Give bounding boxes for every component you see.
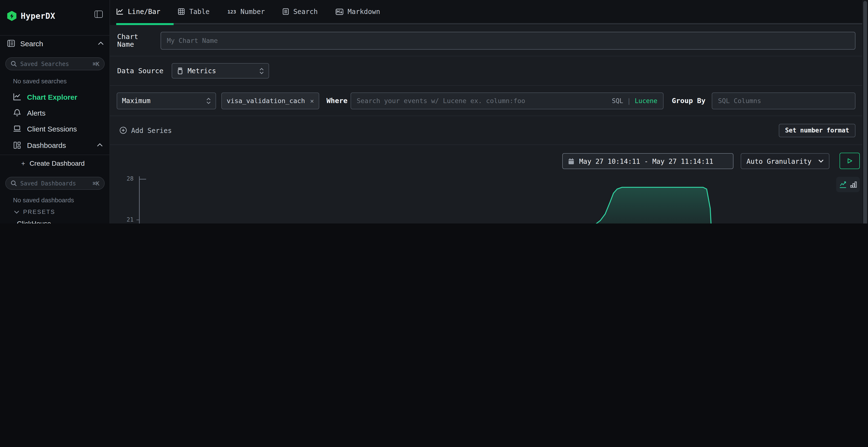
sidebar-item-dashboards[interactable]: Dashboards: [0, 138, 110, 152]
series-row: Maximum visa_validation_cach ✕ Where SQL…: [110, 86, 862, 116]
tab-table[interactable]: Table: [178, 8, 210, 15]
tab-track: [116, 23, 862, 25]
date-range-picker[interactable]: May 27 10:14:11 - May 27 11:14:11: [562, 153, 734, 169]
granularity-select[interactable]: Auto Granularity: [741, 153, 830, 169]
number-123-icon: 123: [227, 9, 236, 14]
sidebar-collapse-icon[interactable]: [94, 10, 103, 18]
hyperdx-logo-icon: [7, 11, 17, 21]
tab-search[interactable]: Search: [283, 8, 317, 15]
add-series-button[interactable]: Add Series: [120, 127, 172, 134]
scrollbar[interactable]: [862, 0, 868, 224]
sidebar-section-search[interactable]: Search: [7, 38, 104, 49]
data-source-value: Metrics: [188, 67, 255, 75]
database-icon: [177, 67, 183, 74]
data-source-row: Data Source Metrics: [110, 56, 862, 86]
select-updown-icon: [259, 68, 264, 74]
brand-logo[interactable]: HyperDX: [7, 9, 55, 23]
no-saved-dashboards-text: No saved dashboards: [13, 197, 74, 204]
chevron-down-icon: [14, 210, 19, 214]
scrollbar-thumb[interactable]: [863, 1, 867, 224]
aggregation-value: Maximum: [122, 97, 202, 105]
chevron-up-icon[interactable]: [97, 143, 103, 147]
saved-dashboards-input[interactable]: Saved Dashboards ⌘K: [5, 177, 105, 190]
shortcut-badge: ⌘K: [93, 180, 99, 187]
set-number-format-button[interactable]: Set number format: [779, 124, 856, 137]
sidebar-item-label: Dashboards: [27, 141, 66, 149]
dashboard-grid-icon: [13, 141, 21, 148]
lucene-mode-toggle[interactable]: Lucene: [634, 97, 657, 104]
line-chart-icon: [116, 8, 123, 15]
markdown-icon: [336, 8, 343, 15]
y-tick-label: 21: [114, 216, 133, 223]
tab-label: Markdown: [348, 8, 380, 15]
sidebar: HyperDX Search Saved Searches ⌘K No save…: [0, 0, 110, 224]
mode-separator: |: [627, 97, 631, 104]
active-tab-indicator: [116, 23, 174, 25]
chart-name-label: Chart Name: [117, 33, 155, 48]
section-label: Search: [20, 39, 43, 47]
shortcut-badge: ⌘K: [93, 61, 99, 67]
chart-name-row: Chart Name: [110, 25, 862, 56]
y-tick-label: 28: [114, 175, 133, 182]
sidebar-item-label: Chart Explorer: [27, 93, 77, 101]
app-window: HyperDX Search Saved Searches ⌘K No save…: [0, 0, 868, 224]
document-list-icon: [283, 8, 289, 15]
group-by-input[interactable]: [712, 97, 855, 105]
search-icon: [10, 180, 17, 186]
saved-searches-placeholder: Saved Searches: [20, 61, 89, 67]
sidebar-item-chart-explorer[interactable]: Chart Explorer: [0, 90, 110, 104]
table-icon: [178, 8, 185, 15]
sidebar-item-alerts[interactable]: Alerts: [0, 105, 110, 120]
timeseries-chart[interactable]: [136, 173, 856, 224]
tab-label: Line/Bar: [128, 8, 160, 15]
sidebar-item-label: Client Sessions: [27, 125, 77, 133]
date-range-value: May 27 10:14:11 - May 27 11:14:11: [579, 157, 713, 165]
no-saved-searches-text: No saved searches: [13, 77, 67, 85]
saved-searches-input[interactable]: Saved Searches ⌘K: [5, 57, 105, 70]
chart-panel: May 27 10:14:11 - May 27 11:14:11 Auto G…: [110, 145, 862, 224]
sql-mode-toggle[interactable]: SQL: [612, 97, 623, 104]
saved-dashboards-placeholder: Saved Dashboards: [20, 180, 89, 187]
where-input-box: SQL | Lucene: [350, 92, 663, 109]
plus-icon: +: [21, 160, 25, 167]
where-label: Where: [327, 97, 347, 105]
tab-number[interactable]: 123 Number: [227, 8, 265, 15]
tab-bar: Line/Bar Table 123 Number Search: [110, 0, 862, 25]
metric-field-name: visa_validation_cach: [227, 97, 306, 105]
main-content: Line/Bar Table 123 Number Search: [110, 0, 862, 224]
where-input[interactable]: [351, 97, 612, 105]
tab-label: Number: [240, 8, 265, 15]
sidebar-item-client-sessions[interactable]: Client Sessions: [0, 122, 110, 136]
chevron-up-icon[interactable]: [98, 41, 104, 45]
play-icon: [847, 158, 852, 164]
preset-clickhouse[interactable]: ClickHouse: [17, 220, 51, 224]
add-series-row: Add Series Set number format: [110, 116, 862, 145]
calendar-icon: [568, 158, 574, 165]
chevron-down-icon: [818, 160, 824, 163]
tab-line-bar[interactable]: Line/Bar: [116, 8, 160, 15]
tab-label: Search: [293, 8, 317, 15]
chart-name-input-box: [161, 32, 856, 49]
group-by-input-box: [712, 92, 856, 109]
search-panel-icon: [7, 39, 15, 47]
group-by-label: Group By: [672, 97, 706, 105]
data-source-select[interactable]: Metrics: [172, 63, 269, 78]
metric-field-tag[interactable]: visa_validation_cach ✕: [221, 92, 319, 109]
bell-icon: [13, 109, 21, 116]
divider: [0, 154, 110, 155]
data-source-label: Data Source: [117, 67, 165, 75]
tab-markdown[interactable]: Markdown: [336, 8, 380, 15]
aggregation-select[interactable]: Maximum: [117, 92, 216, 109]
presets-header[interactable]: PRESETS: [14, 209, 55, 215]
remove-tag-icon[interactable]: ✕: [310, 97, 314, 104]
chart-name-input[interactable]: [161, 37, 855, 44]
divider: [0, 35, 110, 36]
brand-name: HyperDX: [21, 11, 55, 21]
sidebar-item-label: Alerts: [27, 109, 45, 117]
tab-label: Table: [189, 8, 210, 15]
laptop-icon: [13, 125, 21, 132]
granularity-value: Auto Granularity: [746, 157, 812, 165]
run-query-button[interactable]: [840, 153, 860, 169]
create-dashboard-button[interactable]: +Create Dashboard: [21, 160, 85, 167]
search-icon: [10, 61, 17, 67]
